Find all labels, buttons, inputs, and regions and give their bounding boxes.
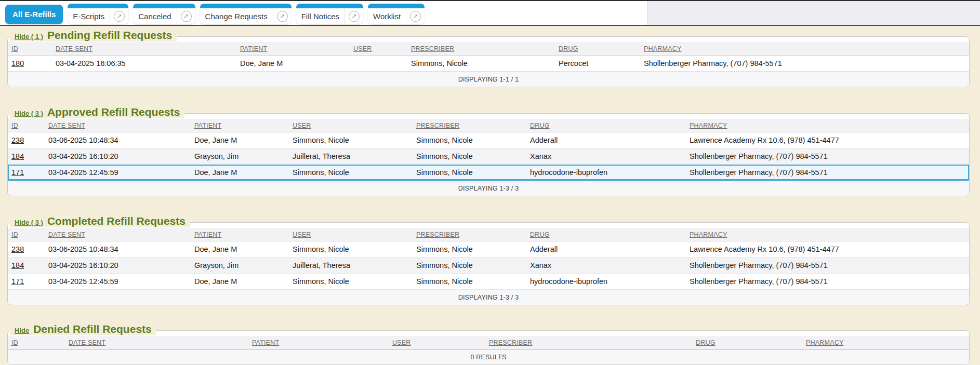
column-header-drug[interactable]: DRUG: [530, 119, 550, 132]
column-header-patient[interactable]: PATIENT: [194, 119, 221, 132]
cell-prescriber: Simmons, Nicole: [416, 241, 473, 257]
column-header-patient[interactable]: PATIENT: [194, 228, 221, 241]
tab-all-e-refills[interactable]: All E-Refills: [5, 5, 63, 24]
cell-pharmacy: Shollenberger Pharmacy, (707) 984-5571: [690, 165, 828, 180]
column-header-prescriber[interactable]: PRESCRIBER: [489, 336, 532, 349]
column-header-date-sent[interactable]: DATE SENT: [48, 119, 85, 132]
tab-canceled[interactable]: Canceled ↗: [133, 4, 195, 24]
table-header-row: ID DATE SENT PATIENT USER PRESCRIBER DRU…: [8, 228, 969, 241]
tab-label: Worklist: [368, 12, 406, 21]
column-header-user[interactable]: USER: [293, 228, 311, 241]
table-row[interactable]: 238 03-06-2025 10:48:34 Doe, Jane M Simm…: [8, 241, 969, 258]
column-header-date-sent[interactable]: DATE SENT: [56, 42, 92, 56]
results-count-footer: DISPLAYING 1-1 / 1: [8, 72, 969, 87]
cell-user: Juillerat, Theresa: [293, 148, 350, 164]
column-header-pharmacy[interactable]: PHARMACY: [690, 228, 727, 241]
external-link-icon: ↗: [410, 11, 421, 22]
column-header-user[interactable]: USER: [293, 119, 311, 132]
cell-user: Simmons, Nicole: [293, 241, 349, 257]
open-panel-button[interactable]: ↗: [345, 11, 363, 22]
table-row[interactable]: 184 03-04-2025 16:10:20 Grayson, Jim Jui…: [8, 148, 969, 165]
refill-id-link[interactable]: 171: [11, 277, 24, 286]
column-header-drug[interactable]: DRUG: [559, 42, 578, 56]
external-link-icon: ↗: [181, 11, 192, 22]
hide-toggle-link[interactable]: Hide ( 1 ): [15, 33, 43, 40]
column-header-id[interactable]: ID: [11, 42, 18, 56]
tab-e-scripts[interactable]: E-Scripts ↗: [68, 4, 128, 24]
open-panel-button[interactable]: ↗: [110, 11, 128, 22]
tab-fill-notices[interactable]: Fill Notices ↗: [296, 4, 363, 24]
results-count-footer: DISPLAYING 1-3 / 3: [8, 290, 969, 305]
hide-toggle-link[interactable]: Hide ( 3 ): [15, 219, 43, 226]
cell-date-sent: 03-04-2025 16:10:20: [48, 258, 118, 273]
table-row-selected[interactable]: 171 03-04-2025 12:45:59 Doe, Jane M Simm…: [8, 165, 969, 181]
external-link-icon: ↗: [349, 11, 360, 22]
cell-patient: Doe, Jane M: [194, 165, 237, 180]
refill-id-link[interactable]: 184: [11, 261, 24, 269]
tab-worklist[interactable]: Worklist ↗: [368, 4, 425, 24]
open-panel-button[interactable]: ↗: [273, 11, 292, 22]
cell-date-sent: 03-06-2025 10:48:34: [48, 241, 118, 257]
tab-accent-bar: [368, 4, 425, 8]
refill-id-link[interactable]: 238: [11, 136, 24, 144]
tab-label: Fill Notices: [296, 12, 345, 21]
column-header-patient[interactable]: PATIENT: [240, 42, 267, 56]
column-header-id[interactable]: ID: [11, 336, 18, 349]
tab-strip: All E-Refills E-Scripts ↗ Canceled ↗ Cha…: [0, 0, 980, 26]
cell-date-sent: 03-06-2025 10:48:34: [48, 132, 118, 148]
column-header-user[interactable]: USER: [392, 336, 411, 349]
tab-change-requests[interactable]: Change Requests ↗: [200, 4, 292, 24]
cell-patient: Doe, Jane M: [240, 56, 283, 71]
refill-id-link[interactable]: 171: [11, 168, 24, 177]
column-header-id[interactable]: ID: [11, 119, 18, 132]
tab-accent-bar: [68, 4, 128, 8]
column-header-prescriber[interactable]: PRESCRIBER: [416, 119, 459, 132]
column-header-user[interactable]: USER: [353, 42, 372, 56]
refill-id-link[interactable]: 184: [11, 152, 24, 160]
open-panel-button[interactable]: ↗: [177, 11, 195, 22]
refill-id-link[interactable]: 180: [11, 59, 24, 67]
column-header-drug[interactable]: DRUG: [530, 228, 550, 241]
column-header-prescriber[interactable]: PRESCRIBER: [411, 42, 454, 56]
cell-patient: Grayson, Jim: [194, 148, 239, 164]
column-header-patient[interactable]: PATIENT: [252, 336, 279, 349]
hide-toggle-link[interactable]: Hide: [15, 327, 29, 334]
tab-accent-bar: [200, 4, 292, 8]
cell-drug: hydrocodone-ibuprofen: [530, 165, 607, 180]
column-header-pharmacy[interactable]: PHARMACY: [806, 336, 843, 349]
column-header-date-sent[interactable]: DATE SENT: [48, 228, 85, 241]
cell-prescriber: Simmons, Nicole: [411, 56, 468, 71]
hide-toggle-link[interactable]: Hide ( 3 ): [15, 110, 43, 117]
cell-pharmacy: Shollenberger Pharmacy, (707) 984-5571: [690, 258, 828, 273]
cell-prescriber: Simmons, Nicole: [416, 258, 473, 273]
table-row[interactable]: 171 03-04-2025 12:45:59 Doe, Jane M Simm…: [8, 274, 969, 290]
table-row[interactable]: 238 03-06-2025 10:48:34 Doe, Jane M Simm…: [8, 132, 969, 148]
cell-patient: Doe, Jane M: [194, 241, 237, 257]
table-header-row: ID DATE SENT PATIENT USER PRESCRIBER DRU…: [8, 119, 969, 132]
section-title: Denied Refill Requests: [33, 323, 152, 335]
table-row[interactable]: 180 03-04-2025 16:06:35 Doe, Jane M Simm…: [8, 56, 969, 72]
section-title: Completed Refill Requests: [47, 215, 186, 227]
cell-patient: Doe, Jane M: [194, 132, 237, 148]
cell-patient: Doe, Jane M: [194, 274, 237, 289]
cell-pharmacy: Lawrence Academy Rx 10.6, (978) 451-4477: [690, 241, 839, 257]
refill-id-link[interactable]: 238: [11, 245, 24, 253]
cell-drug: Adderall: [530, 241, 558, 257]
column-header-id[interactable]: ID: [11, 228, 18, 241]
cell-date-sent: 03-04-2025 16:06:35: [56, 56, 126, 71]
column-header-pharmacy[interactable]: PHARMACY: [690, 119, 727, 132]
cell-user: Juillerat, Theresa: [293, 258, 350, 273]
cell-drug: Percocet: [559, 56, 588, 71]
open-panel-button[interactable]: ↗: [406, 11, 425, 22]
column-header-prescriber[interactable]: PRESCRIBER: [416, 228, 459, 241]
table-row[interactable]: 184 03-04-2025 16:10:20 Grayson, Jim Jui…: [8, 258, 969, 274]
tab-label: E-Scripts: [68, 12, 110, 21]
section-title: Approved Refill Requests: [47, 106, 180, 118]
cell-date-sent: 03-04-2025 12:45:59: [48, 274, 118, 289]
tab-strip-right-panel: [647, 1, 980, 25]
column-header-date-sent[interactable]: DATE SENT: [69, 336, 105, 349]
tab-accent-bar: [133, 4, 195, 8]
column-header-drug[interactable]: DRUG: [696, 336, 716, 349]
column-header-pharmacy[interactable]: PHARMACY: [644, 42, 681, 56]
cell-pharmacy: Shollenberger Pharmacy, (707) 984-5571: [690, 148, 828, 164]
